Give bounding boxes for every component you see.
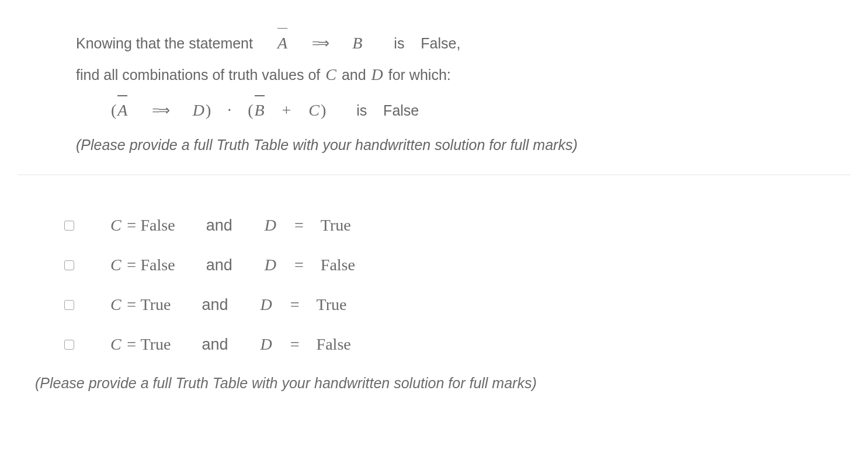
text-prefix: Knowing that the statement [76, 35, 253, 51]
var-d-opt: D [263, 256, 277, 274]
option-row[interactable]: C = True and D = True [64, 295, 850, 314]
val-d: True [321, 216, 351, 234]
val-c: True [141, 335, 171, 353]
option-row[interactable]: C = True and D = False [64, 335, 850, 354]
option-row[interactable]: C = False and D = True [64, 216, 850, 235]
var-c-opt: C [109, 335, 123, 354]
implies-symbol-2: =⇒ [152, 103, 168, 118]
eq: = [290, 295, 300, 313]
option-text: C = False and D = False [109, 256, 355, 274]
val-c: False [141, 216, 175, 234]
eq: = [290, 335, 300, 353]
page-content: Knowing that the statement A =⇒ B is Fal… [0, 0, 868, 392]
and-word: and [202, 296, 228, 313]
var-a-bar-2: A [116, 96, 129, 124]
footer-note: (Please provide a full Truth Table with … [35, 375, 850, 392]
eq: = [127, 335, 136, 353]
val-c: False [141, 256, 175, 274]
and-word: and [206, 256, 232, 274]
rparen-2: ) [321, 101, 326, 119]
question-block: Knowing that the statement A =⇒ B is Fal… [76, 29, 815, 157]
var-b: B [351, 29, 363, 57]
plus-symbol: + [282, 101, 291, 119]
var-a-bar: A [276, 29, 289, 57]
val-c: True [141, 295, 171, 313]
val-d: False [321, 256, 355, 274]
eq: = [294, 256, 304, 274]
question-line-3: (A =⇒ D) · (B + C) is False [111, 96, 815, 124]
var-d-opt: D [259, 335, 273, 354]
val-d: True [317, 295, 347, 313]
checkbox[interactable] [64, 340, 74, 350]
text-line2: find all combinations of truth values of [76, 67, 320, 83]
implies-symbol: =⇒ [312, 36, 328, 51]
text-is: is [394, 35, 404, 51]
text-suffix: for which: [388, 67, 451, 83]
lparen-2: ( [248, 101, 253, 119]
option-text: C = False and D = True [109, 216, 351, 235]
option-text: C = True and D = True [109, 295, 346, 314]
var-c-2: C [307, 96, 321, 124]
answer-options: C = False and D = True C = False and [64, 216, 850, 354]
checkbox[interactable] [64, 300, 74, 310]
val-d: False [317, 335, 351, 353]
rparen: ) [206, 101, 211, 119]
var-c-opt: C [109, 256, 123, 274]
checkbox[interactable] [64, 260, 74, 270]
var-d-opt: D [263, 216, 277, 235]
text-result: False, [421, 35, 460, 51]
text-and: and [342, 67, 366, 83]
var-b-bar: B [254, 96, 266, 124]
divider [18, 175, 850, 175]
var-d-opt: D [259, 295, 273, 314]
eq: = [127, 295, 136, 313]
option-text: C = True and D = False [109, 335, 351, 354]
var-d: D [370, 61, 384, 89]
dot-symbol: · [227, 101, 231, 119]
eq: = [294, 216, 304, 234]
var-d-2: D [192, 96, 206, 124]
eq: = [127, 216, 136, 234]
question-line-2: find all combinations of truth values of… [76, 61, 815, 89]
question-note: (Please provide a full Truth Table with … [76, 133, 815, 158]
lparen: ( [111, 101, 116, 119]
text-result-2: False [383, 102, 419, 118]
checkbox[interactable] [64, 221, 74, 231]
and-word: and [206, 217, 232, 234]
var-c-opt: C [109, 295, 123, 314]
eq: = [127, 256, 136, 274]
option-row[interactable]: C = False and D = False [64, 256, 850, 274]
var-c: C [324, 61, 338, 89]
var-c-opt: C [109, 216, 123, 235]
question-line-1: Knowing that the statement A =⇒ B is Fal… [76, 29, 815, 57]
and-word: and [202, 336, 228, 353]
text-is-2: is [356, 102, 367, 118]
